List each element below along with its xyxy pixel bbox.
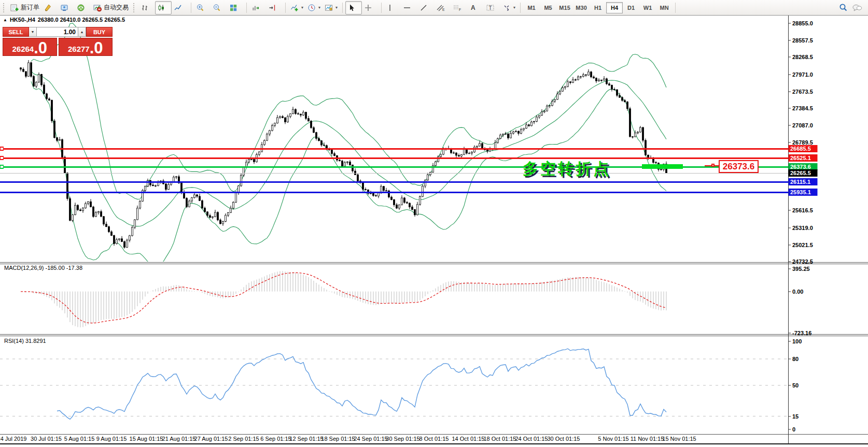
chevron-down-icon: ▾: [513, 5, 515, 10]
buy-button[interactable]: BUY: [86, 27, 113, 37]
timeframe-m1[interactable]: M1: [523, 2, 540, 13]
svg-text:25021.5: 25021.5: [792, 242, 813, 248]
templates-button[interactable]: ▾: [323, 1, 340, 15]
collapse-arrow-icon[interactable]: ▲: [3, 18, 7, 22]
svg-text:A: A: [471, 4, 475, 11]
zoom-in-button[interactable]: [194, 1, 211, 15]
svg-text:26525.1: 26525.1: [790, 155, 811, 161]
sell-price-button[interactable]: 26264 .0: [3, 38, 57, 56]
channel-button[interactable]: E: [434, 1, 451, 15]
crosshair-button[interactable]: [362, 1, 379, 15]
price-chart[interactable]: 28855.028557.528268.527971.027673.527384…: [0, 0, 868, 447]
new-order-button[interactable]: 新订单: [8, 1, 41, 15]
horizontal-line-button[interactable]: [401, 1, 417, 15]
svg-text:395.25: 395.25: [792, 266, 810, 272]
candlestick-button[interactable]: [155, 1, 172, 15]
gold-seal-button[interactable]: [41, 1, 58, 15]
svg-text:9 Aug 01:15: 9 Aug 01:15: [96, 436, 127, 442]
autotrading-button[interactable]: 自动交易: [91, 1, 131, 15]
svg-text:27 Aug 01:15: 27 Aug 01:15: [194, 436, 228, 442]
chevron-down-icon: ▾: [335, 5, 338, 10]
sell-price-fraction: .0: [34, 41, 47, 55]
svg-text:-723.16: -723.16: [792, 330, 811, 336]
svg-text:28855.0: 28855.0: [792, 20, 813, 26]
buy-price: 26277: [68, 45, 90, 53]
line-chart-icon: [174, 4, 182, 12]
chart-title: ▲ HK50-,H4 26380.0 26410.0 26265.5 26265…: [3, 17, 125, 23]
templates-icon: [325, 4, 333, 12]
label-button[interactable]: T: [484, 1, 500, 15]
price-callout-box[interactable]: 26373.6: [719, 160, 759, 173]
trendline-icon: [419, 4, 428, 12]
search-icon[interactable]: [838, 3, 848, 12]
indicators-button[interactable]: ▾: [288, 1, 305, 15]
svg-text:30 Oct 01:15: 30 Oct 01:15: [548, 436, 580, 442]
cursor-button[interactable]: [345, 1, 362, 15]
svg-text:26685.5: 26685.5: [790, 146, 811, 152]
timeframe-group: M1 M5 M15 M30 H1 H4 D1 W1 MN: [522, 1, 674, 15]
channel-icon: E: [436, 4, 445, 12]
svg-text:T: T: [489, 5, 492, 10]
chat-icon[interactable]: [852, 3, 862, 12]
zoom-out-button[interactable]: [211, 1, 227, 15]
timeframe-m5[interactable]: M5: [540, 2, 556, 13]
svg-text:25935.1: 25935.1: [790, 189, 811, 195]
volume-down-button[interactable]: ▼: [29, 27, 37, 37]
auto-scroll-button[interactable]: [249, 1, 266, 15]
trendline-button[interactable]: [417, 1, 434, 15]
new-order-icon: [10, 4, 19, 12]
ohlc-values: 26380.0 26410.0 26265.5 26265.5: [38, 17, 125, 23]
periods-button[interactable]: ▾: [305, 1, 323, 15]
auto-scroll-icon: [251, 4, 260, 12]
arrows-button[interactable]: ▾: [500, 1, 517, 15]
svg-text:26789.5: 26789.5: [792, 139, 813, 146]
terminal-icon: [60, 4, 68, 12]
chevron-down-icon: ▾: [301, 5, 303, 10]
svg-text:24 Sep 01:15: 24 Sep 01:15: [354, 436, 387, 442]
volume-up-button[interactable]: ▲: [78, 27, 86, 37]
svg-text:24732.5: 24732.5: [792, 258, 813, 265]
top-toolbar: 新订单 自动交易: [0, 0, 868, 16]
periods-icon: [307, 4, 316, 12]
text-button[interactable]: A: [467, 1, 484, 15]
bar-chart-button[interactable]: [138, 1, 155, 15]
timeframe-m30[interactable]: M30: [573, 2, 590, 13]
macd-label: MACD(12,26,9) -185.00 -17.38: [4, 265, 82, 271]
chart-shift-button[interactable]: [266, 1, 283, 15]
svg-text:27384.5: 27384.5: [792, 105, 813, 111]
vertical-line-icon: [386, 4, 394, 12]
arrows-icon: [502, 4, 511, 12]
svg-text:21 Aug 01:15: 21 Aug 01:15: [162, 436, 196, 442]
svg-text:80: 80: [792, 356, 799, 362]
timeframe-h4[interactable]: H4: [606, 2, 623, 13]
timeframe-d1[interactable]: D1: [623, 2, 639, 13]
tile-windows-button[interactable]: [227, 1, 244, 15]
timeframe-h1[interactable]: H1: [590, 2, 606, 13]
line-chart-button[interactable]: [172, 1, 188, 15]
sell-button[interactable]: SELL: [3, 27, 29, 37]
svg-text:50: 50: [792, 382, 799, 388]
timeframe-mn[interactable]: MN: [656, 2, 673, 13]
svg-text:18 Sep 01:15: 18 Sep 01:15: [321, 436, 355, 442]
svg-text:26115.1: 26115.1: [790, 179, 810, 185]
autotrading-icon: [93, 4, 102, 12]
svg-text:15 Nov 01:15: 15 Nov 01:15: [662, 436, 696, 442]
svg-text:11 Nov 01:15: 11 Nov 01:15: [631, 436, 664, 442]
svg-text:30 Sep 01:15: 30 Sep 01:15: [386, 436, 419, 442]
signals-button[interactable]: [75, 1, 91, 15]
annotation-text[interactable]: 多空转折点: [523, 158, 611, 180]
buy-price-button[interactable]: 26277 .0: [59, 38, 113, 56]
horizontal-line-icon: [403, 4, 411, 12]
volume-input[interactable]: [37, 27, 78, 37]
vertical-line-button[interactable]: [384, 1, 401, 15]
fibonacci-button[interactable]: F: [451, 1, 467, 15]
svg-text:100: 100: [792, 338, 802, 344]
svg-text:28557.5: 28557.5: [792, 37, 813, 44]
terminal-button[interactable]: [58, 1, 75, 15]
sell-price: 26264: [12, 45, 34, 53]
zoom-out-icon: [213, 4, 221, 12]
new-order-label: 新订单: [21, 3, 39, 12]
svg-text:24 Jul 2019: 24 Jul 2019: [0, 436, 26, 442]
timeframe-m15[interactable]: M15: [556, 2, 573, 13]
timeframe-w1[interactable]: W1: [639, 2, 656, 13]
